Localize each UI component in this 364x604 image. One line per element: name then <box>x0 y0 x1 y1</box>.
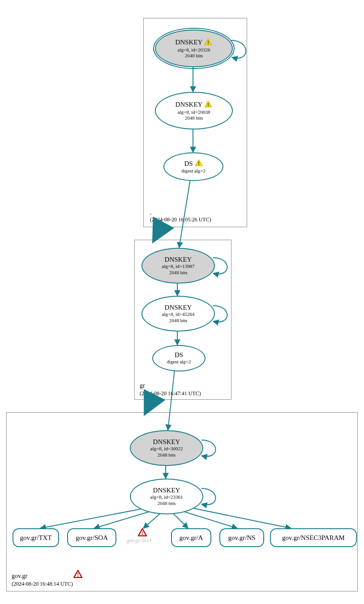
zone-gr-time: (2024-08-20 16:47:41 UTC) <box>140 390 201 397</box>
zone-root-time: (2024-08-20 16:05:26 UTC) <box>150 216 211 223</box>
warning-icon: ! <box>204 100 212 109</box>
root-dnskey-zsk-title: DNSKEY <box>176 101 203 108</box>
govgr-dnskey-zsk-bits: 2048 bits <box>158 500 176 506</box>
root-ds[interactable]: DS ! digest alg=2 <box>163 152 223 181</box>
gr-dnskey-zsk-alg: alg=8, id=45264 <box>162 311 195 317</box>
warning-icon: ! <box>204 38 212 47</box>
govgr-dnskey-ksk-alg: alg=8, id=30022 <box>150 446 183 452</box>
svg-text:!: ! <box>141 530 143 536</box>
svg-text:!: ! <box>198 160 200 166</box>
svg-text:!: ! <box>208 39 210 45</box>
gr-ds[interactable]: DS digest alg=2 <box>152 345 206 371</box>
rrset-nsec3param[interactable]: gov.gr/NSEC3PARAM <box>270 528 357 547</box>
root-dnskey-zsk-alg: alg=8, id=20038 <box>178 109 210 115</box>
root-ds-alg: digest alg=2 <box>181 168 206 174</box>
svg-text:!: ! <box>77 572 79 578</box>
root-dnskey-ksk[interactable]: DNSKEY ! alg=8, id=20326 2048 bits <box>155 30 233 67</box>
gr-dnskey-ksk-alg: alg=8, id=13987 <box>162 263 195 269</box>
root-dnskey-ksk-title: DNSKEY <box>176 39 203 46</box>
root-dnskey-ksk-bits: 2048 bits <box>185 53 203 59</box>
govgr-dnskey-zsk[interactable]: DNSKEY alg=8, id=23361 2048 bits <box>130 479 203 514</box>
govgr-dnskey-ksk[interactable]: DNSKEY alg=8, id=30022 2048 bits <box>130 430 203 466</box>
gr-dnskey-ksk-title: DNSKEY <box>165 256 192 263</box>
gr-dnskey-zsk[interactable]: DNSKEY alg=8, id=45264 2048 bits <box>141 296 215 332</box>
gr-ds-alg: digest alg=2 <box>167 359 191 365</box>
zone-gr-label: gr <box>140 382 145 389</box>
error-icon: ! <box>73 570 82 580</box>
govgr-dnskey-zsk-title: DNSKEY <box>153 487 180 494</box>
gr-dnskey-zsk-title: DNSKEY <box>165 304 192 311</box>
svg-marker-0 <box>205 39 212 45</box>
root-dnskey-zsk[interactable]: DNSKEY ! alg=8, id=20038 2048 bits <box>155 92 233 129</box>
rrset-soa[interactable]: gov.gr/SOA <box>67 528 116 547</box>
govgr-dnskey-ksk-title: DNSKEY <box>153 438 180 446</box>
govgr-dnskey-zsk-alg: alg=8, id=23361 <box>150 494 183 500</box>
rrset-ns[interactable]: gov.gr/NS <box>219 528 264 547</box>
zone-govgr-time: (2024-08-20 16:48:14 UTC) <box>12 581 73 587</box>
rrset-soa-ghost: gov.gr/SOA <box>127 537 151 544</box>
gr-dnskey-ksk[interactable]: DNSKEY alg=8, id=13987 2048 bits <box>141 248 215 284</box>
rrset-txt[interactable]: gov.gr/TXT <box>13 528 59 547</box>
rrset-a[interactable]: gov.gr/A <box>171 528 211 547</box>
gr-dnskey-zsk-bits: 2048 bits <box>169 318 188 324</box>
svg-text:!: ! <box>208 102 210 107</box>
error-icon: ! <box>138 528 147 538</box>
zone-govgr-label: gov.gr <box>12 573 27 580</box>
root-dnskey-zsk-bits: 2048 bits <box>185 115 203 121</box>
gr-dnskey-ksk-bits: 2048 bits <box>169 270 188 276</box>
root-dnskey-ksk-alg: alg=8, id=20326 <box>178 47 210 53</box>
gr-ds-title: DS <box>175 351 183 359</box>
govgr-dnskey-ksk-bits: 2048 bits <box>158 452 176 458</box>
warning-icon: ! <box>195 159 203 168</box>
root-ds-title: DS <box>184 160 193 168</box>
zone-root-label: . <box>150 209 152 216</box>
